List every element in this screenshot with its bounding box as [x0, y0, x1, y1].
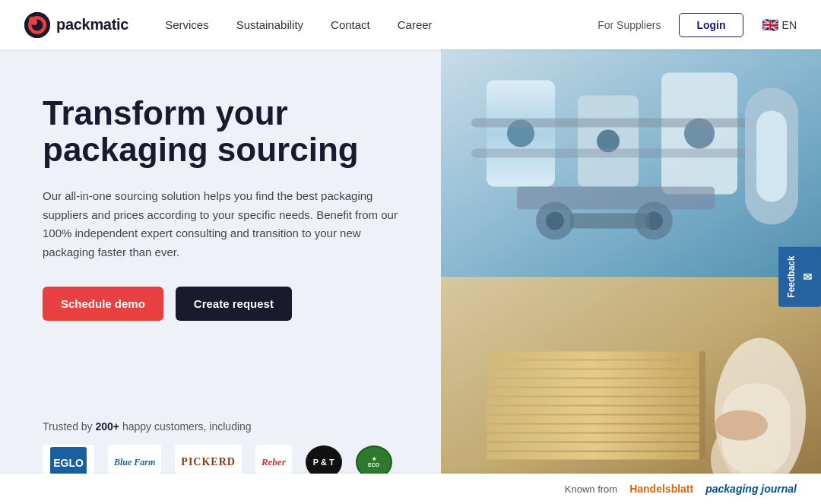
nav-right: For Suppliers Login 🇬🇧 EN — [598, 13, 797, 37]
cardboard-svg — [441, 277, 821, 504]
pickerd-text: PICKERD — [181, 456, 236, 468]
svg-rect-33 — [487, 361, 699, 369]
svg-rect-32 — [487, 370, 699, 378]
svg-rect-31 — [487, 379, 699, 387]
schedule-demo-button[interactable]: Schedule demo — [43, 287, 163, 321]
machinery-image — [441, 49, 821, 277]
green-text: ★ECO — [368, 456, 379, 469]
nav-links: Services Sustainability Contact Career — [165, 18, 598, 31]
feedback-icon: ✉ — [801, 271, 813, 283]
hero-right — [441, 49, 821, 504]
reber-text: Reber — [262, 456, 286, 468]
logo-svg — [24, 12, 50, 38]
trusted-section: Trusted by 200+ happy customers, includi… — [43, 420, 398, 480]
svg-rect-23 — [487, 452, 699, 460]
svg-rect-15 — [756, 111, 787, 202]
svg-point-18 — [546, 212, 564, 230]
svg-rect-26 — [487, 425, 699, 433]
trusted-suffix: happy customers — [119, 420, 204, 433]
packaging-journal-brand: packaging journal — [705, 483, 797, 495]
nav-sustainability[interactable]: Sustainability — [236, 18, 303, 31]
footer-bar: Known from Handelsblatt packaging journa… — [0, 474, 821, 504]
svg-rect-24 — [487, 443, 699, 451]
machine-svg — [441, 49, 821, 277]
feedback-button[interactable]: Feedback ✉ — [778, 246, 821, 306]
svg-rect-28 — [487, 407, 699, 414]
bluefarm-text: Blue Farm — [114, 457, 155, 468]
language-label: EN — [782, 19, 797, 31]
packaging-label: packaging — [705, 483, 758, 495]
logo-icon — [24, 12, 50, 38]
hero-content: Transform your packaging sourcing Our al… — [43, 95, 398, 363]
hero-title: Transform your packaging sourcing — [43, 95, 398, 169]
nav-services[interactable]: Services — [165, 18, 209, 31]
svg-rect-30 — [487, 388, 699, 396]
known-from-label: Known from — [565, 483, 617, 495]
language-selector[interactable]: 🇬🇧 EN — [762, 17, 797, 33]
svg-point-1 — [30, 18, 44, 32]
svg-text:EGLO: EGLO — [53, 457, 84, 469]
nav-career[interactable]: Career — [398, 18, 433, 31]
cardboard-image — [441, 277, 821, 504]
logo-text: packmatic — [56, 16, 128, 33]
navbar: packmatic Services Sustainability Contac… — [0, 0, 821, 49]
svg-rect-29 — [487, 398, 699, 405]
nav-contact[interactable]: Contact — [331, 18, 370, 31]
feedback-wrapper: Feedback ✉ — [778, 246, 821, 306]
trusted-count: 200+ — [96, 420, 120, 433]
trusted-text: Trusted by 200+ happy customers, includi… — [43, 420, 398, 433]
pt-text: P & T — [313, 458, 334, 467]
svg-point-39 — [715, 410, 768, 441]
login-button[interactable]: Login — [679, 13, 743, 37]
svg-rect-27 — [487, 416, 699, 423]
svg-rect-21 — [570, 214, 650, 229]
svg-rect-13 — [471, 149, 760, 158]
flag-icon: 🇬🇧 — [762, 17, 778, 33]
hero-section: Transform your packaging sourcing Our al… — [0, 49, 821, 504]
svg-point-0 — [24, 12, 50, 38]
hero-left: Transform your packaging sourcing Our al… — [0, 49, 441, 504]
hero-description: Our all-in-one sourcing solution helps y… — [43, 187, 398, 262]
logo[interactable]: packmatic — [24, 12, 128, 38]
svg-rect-34 — [487, 352, 699, 360]
for-suppliers-link[interactable]: For Suppliers — [598, 19, 661, 31]
handelsblatt-brand: Handelsblatt — [629, 483, 693, 495]
svg-rect-35 — [699, 352, 705, 460]
journal-text: journal — [761, 483, 797, 495]
feedback-label: Feedback — [786, 255, 797, 297]
svg-point-2 — [31, 19, 37, 25]
svg-rect-12 — [471, 119, 760, 128]
create-request-button[interactable]: Create request — [176, 287, 292, 321]
svg-rect-25 — [487, 434, 699, 442]
hero-buttons: Schedule demo Create request — [43, 287, 398, 321]
